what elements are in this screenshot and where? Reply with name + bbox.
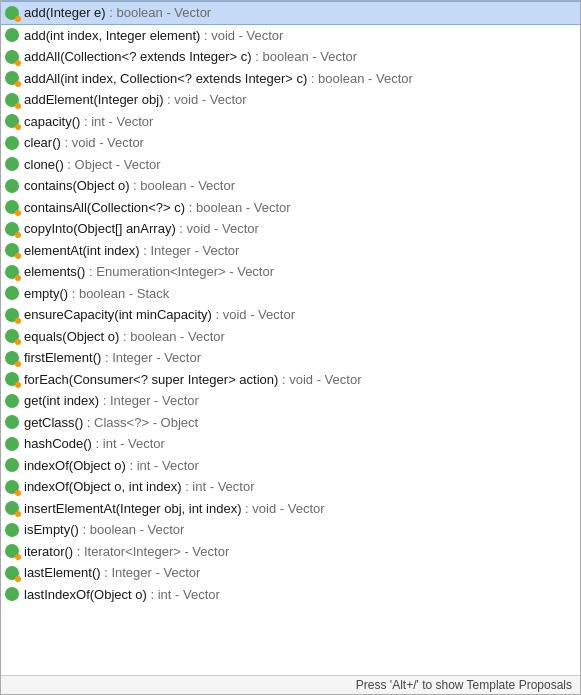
completion-list[interactable]: add(Integer e) : boolean - Vectoradd(int… bbox=[1, 1, 580, 675]
method-name: equals(Object o) bbox=[24, 329, 119, 344]
completion-popup: add(Integer e) : boolean - Vectoradd(int… bbox=[0, 0, 581, 695]
list-item[interactable]: contains(Object o) : boolean - Vector bbox=[1, 175, 580, 197]
list-item[interactable]: add(int index, Integer element) : void -… bbox=[1, 25, 580, 47]
method-signature: addElement(Integer obj) : void - Vector bbox=[24, 90, 247, 110]
method-icon bbox=[5, 157, 19, 171]
method-return-type: : int bbox=[147, 587, 172, 602]
method-name: copyInto(Object[] anArray) bbox=[24, 221, 176, 236]
method-source: - Vector bbox=[210, 221, 258, 236]
method-name: hashCode() bbox=[24, 436, 92, 451]
method-icon bbox=[5, 587, 19, 601]
list-item[interactable]: capacity() : int - Vector bbox=[1, 111, 580, 133]
method-name: indexOf(Object o) bbox=[24, 458, 126, 473]
list-item[interactable]: hashCode() : int - Vector bbox=[1, 433, 580, 455]
method-icon bbox=[5, 480, 19, 494]
method-icon bbox=[5, 544, 19, 558]
method-name: clone() bbox=[24, 157, 64, 172]
list-item[interactable]: forEach(Consumer<? super Integer> action… bbox=[1, 369, 580, 391]
method-return-type: : Class<?> bbox=[83, 415, 149, 430]
list-item[interactable]: indexOf(Object o, int index) : int - Vec… bbox=[1, 476, 580, 498]
method-name: clear() bbox=[24, 135, 61, 150]
list-item[interactable]: addElement(Integer obj) : void - Vector bbox=[1, 89, 580, 111]
method-icon bbox=[5, 286, 19, 300]
method-signature: hashCode() : int - Vector bbox=[24, 434, 165, 454]
status-text: Press 'Alt+/' to show Template Proposals bbox=[356, 678, 572, 692]
method-signature: add(int index, Integer element) : void -… bbox=[24, 26, 283, 46]
method-source: - Vector bbox=[150, 393, 198, 408]
method-name: empty() bbox=[24, 286, 68, 301]
method-name: getClass() bbox=[24, 415, 83, 430]
method-signature: ensureCapacity(int minCapacity) : void -… bbox=[24, 305, 295, 325]
list-item[interactable]: getClass() : Class<?> - Object bbox=[1, 412, 580, 434]
method-name: addElement(Integer obj) bbox=[24, 92, 163, 107]
list-item[interactable]: lastIndexOf(Object o) : int - Vector bbox=[1, 584, 580, 606]
list-item[interactable]: isEmpty() : boolean - Vector bbox=[1, 519, 580, 541]
method-return-type: : boolean bbox=[252, 49, 309, 64]
list-item[interactable]: elements() : Enumeration<Integer> - Vect… bbox=[1, 261, 580, 283]
list-item[interactable]: lastElement() : Integer - Vector bbox=[1, 562, 580, 584]
method-name: forEach(Consumer<? super Integer> action… bbox=[24, 372, 278, 387]
method-icon bbox=[5, 501, 19, 515]
method-name: addAll(int index, Collection<? extends I… bbox=[24, 71, 307, 86]
list-item[interactable]: insertElementAt(Integer obj, int index) … bbox=[1, 498, 580, 520]
method-source: - Vector bbox=[276, 501, 324, 516]
list-item[interactable]: empty() : boolean - Stack bbox=[1, 283, 580, 305]
method-return-type: : void bbox=[61, 135, 96, 150]
list-item[interactable]: clear() : void - Vector bbox=[1, 132, 580, 154]
method-name: elements() bbox=[24, 264, 85, 279]
method-name: isEmpty() bbox=[24, 522, 79, 537]
method-signature: indexOf(Object o) : int - Vector bbox=[24, 456, 199, 476]
method-signature: add(Integer e) : boolean - Vector bbox=[24, 3, 211, 23]
method-signature: iterator() : Iterator<Integer> - Vector bbox=[24, 542, 229, 562]
method-icon bbox=[5, 394, 19, 408]
method-signature: clone() : Object - Vector bbox=[24, 155, 161, 175]
method-return-type: : void bbox=[176, 221, 211, 236]
list-item[interactable]: elementAt(int index) : Integer - Vector bbox=[1, 240, 580, 262]
method-source: - Vector bbox=[112, 157, 160, 172]
list-item[interactable]: addAll(Collection<? extends Integer> c) … bbox=[1, 46, 580, 68]
list-item[interactable]: ensureCapacity(int minCapacity) : void -… bbox=[1, 304, 580, 326]
method-return-type: : boolean bbox=[130, 178, 187, 193]
method-source: - Vector bbox=[163, 5, 211, 20]
method-icon bbox=[5, 136, 19, 150]
method-source: - Vector bbox=[187, 178, 235, 193]
method-source: - Vector bbox=[364, 71, 412, 86]
method-icon bbox=[5, 308, 19, 322]
method-icon bbox=[5, 93, 19, 107]
method-signature: firstElement() : Integer - Vector bbox=[24, 348, 201, 368]
method-icon bbox=[5, 415, 19, 429]
list-item[interactable]: iterator() : Iterator<Integer> - Vector bbox=[1, 541, 580, 563]
method-return-type: : Integer bbox=[140, 243, 191, 258]
method-return-type: : boolean bbox=[119, 329, 176, 344]
method-name: iterator() bbox=[24, 544, 73, 559]
method-icon bbox=[5, 265, 19, 279]
list-item[interactable]: firstElement() : Integer - Vector bbox=[1, 347, 580, 369]
method-return-type: : void bbox=[200, 28, 235, 43]
method-source: - Vector bbox=[136, 522, 184, 537]
method-source: - Vector bbox=[153, 350, 201, 365]
method-return-type: : int bbox=[126, 458, 151, 473]
method-name: get(int index) bbox=[24, 393, 99, 408]
list-item[interactable]: get(int index) : Integer - Vector bbox=[1, 390, 580, 412]
method-icon bbox=[5, 28, 19, 42]
list-item[interactable]: addAll(int index, Collection<? extends I… bbox=[1, 68, 580, 90]
method-icon bbox=[5, 50, 19, 64]
method-name: containsAll(Collection<?> c) bbox=[24, 200, 185, 215]
list-item[interactable]: copyInto(Object[] anArray) : void - Vect… bbox=[1, 218, 580, 240]
list-item[interactable]: containsAll(Collection<?> c) : boolean -… bbox=[1, 197, 580, 219]
method-return-type: : boolean bbox=[68, 286, 125, 301]
method-return-type: : boolean bbox=[79, 522, 136, 537]
method-name: lastIndexOf(Object o) bbox=[24, 587, 147, 602]
method-signature: equals(Object o) : boolean - Vector bbox=[24, 327, 225, 347]
list-item[interactable]: indexOf(Object o) : int - Vector bbox=[1, 455, 580, 477]
method-signature: get(int index) : Integer - Vector bbox=[24, 391, 199, 411]
list-item[interactable]: add(Integer e) : boolean - Vector bbox=[1, 1, 580, 25]
method-return-type: : Integer bbox=[99, 393, 150, 408]
method-signature: getClass() : Class<?> - Object bbox=[24, 413, 198, 433]
list-item[interactable]: equals(Object o) : boolean - Vector bbox=[1, 326, 580, 348]
method-name: add(Integer e) bbox=[24, 5, 106, 20]
method-signature: forEach(Consumer<? super Integer> action… bbox=[24, 370, 361, 390]
list-item[interactable]: clone() : Object - Vector bbox=[1, 154, 580, 176]
method-signature: elements() : Enumeration<Integer> - Vect… bbox=[24, 262, 274, 282]
method-source: - Vector bbox=[177, 329, 225, 344]
